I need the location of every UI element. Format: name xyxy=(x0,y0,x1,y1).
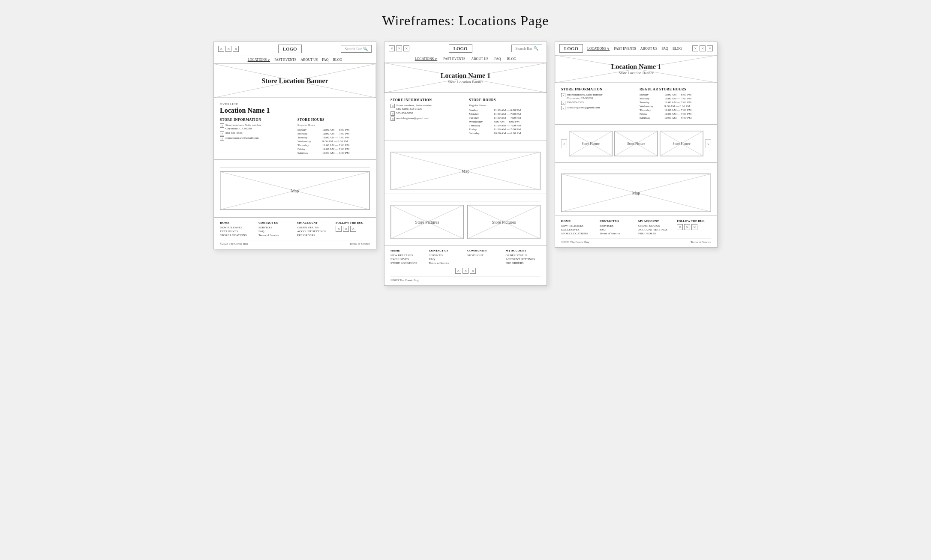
hours-row: Friday11:00 AM — 7:00 PM xyxy=(469,128,541,131)
tablet-banner: Location Name 1 Store Location Banner xyxy=(384,63,547,93)
hours-row: Friday11:00 AM — 7:00 PM xyxy=(640,112,711,116)
mobile-footer-col1: HOME NEW RELEASES EXCLUSIVES STORE LOCAT… xyxy=(220,221,254,237)
hours-row: Thursday11:00 AM — 7:00 PM xyxy=(640,108,711,112)
desktop-hours-list: Sunday11:00 AM — 6:00 PMMonday11:00 AM —… xyxy=(640,93,711,120)
hours-row: Sunday11:00 AM — 6:00 PM xyxy=(297,128,370,132)
hours-row: Sunday11:00 AM — 6:00 PM xyxy=(469,108,541,112)
mobile-wireframe: ✕ ✕ ✕ LOGO Search Bar 🔍 LOCATIONS ∨ PAST… xyxy=(213,42,376,249)
carousel-prev[interactable]: ‹ xyxy=(561,139,567,148)
mobile-overline: OVERLINE xyxy=(220,102,370,106)
mobile-logo: LOGO xyxy=(278,45,302,53)
mobile-map-section: Map xyxy=(214,160,376,217)
desktop-store-pic-2: Store Picture xyxy=(614,131,658,156)
desktop-footer-bottom: ©2023 The Comic Bug Terms of Service xyxy=(561,238,711,244)
tablet-content: STORE INFORMATION ✕ Street numbers, Suit… xyxy=(384,93,547,141)
hours-row: Sunday11:00 AM — 6:00 PM xyxy=(640,93,711,96)
desktop-store-pic-1: Store Picture xyxy=(569,131,613,156)
mobile-phone: ✕ 555-555-5555 xyxy=(220,131,292,135)
mobile-store-info: STORE INFORMATION ✕ Street numbers, Suit… xyxy=(220,118,292,155)
tablet-store-pic-2: Store Pictures xyxy=(467,205,541,239)
tablet-store-hours: STORE HOURS Regular Hours Sunday11:00 AM… xyxy=(469,98,541,135)
tablet-nav-links: LOCATIONS ∨ PAST EVENTS ABOUT US FAQ BLO… xyxy=(384,55,547,63)
tablet-social-1[interactable]: ✕ xyxy=(455,268,461,274)
desktop-store-info: STORE INFORMATION ✕ Street numbers, Suit… xyxy=(561,87,633,120)
hours-row: Monday11:00 AM — 7:00 PM xyxy=(640,97,711,100)
nav-icon-3: ✕ xyxy=(233,46,239,52)
tablet-footer-bottom: ©2023 The Comic Bug xyxy=(390,276,541,282)
hours-row: Thursday11:00 AM — 7:00 PM xyxy=(297,144,370,147)
desktop-store-pic-3: Store Picture xyxy=(660,131,703,156)
desktop-carousel: ‹ Store Picture xyxy=(561,131,711,156)
tablet-map: Map xyxy=(390,152,541,190)
mobile-email: ✕ comicbugteam@gmail.com xyxy=(220,136,292,141)
tablet-hours-list: Sunday11:00 AM — 6:00 PMMonday11:00 AM —… xyxy=(469,108,541,135)
hours-row: Saturday10:00 AM — 6:00 PM xyxy=(469,132,541,135)
social-icon-2[interactable]: ✕ xyxy=(343,226,349,232)
tablet-store-pics: Store Pictures Store Pictures xyxy=(384,194,547,246)
hours-row: Monday11:00 AM — 7:00 PM xyxy=(469,112,541,116)
tablet-store-info: STORE INFORMATION ✕ Street numbers, Suit… xyxy=(390,98,462,135)
desktop-banner-title: Location Name 1 xyxy=(611,63,661,71)
mobile-location-name: Location Name 1 xyxy=(220,107,370,114)
hours-row: Friday11:00 AM — 7:00 PM xyxy=(297,147,370,151)
mobile-store-hours: STORE HOURS Regular Hours Sunday11:00 AM… xyxy=(297,118,370,155)
nav-icon-1: ✕ xyxy=(218,46,224,52)
mobile-nav: ✕ ✕ ✕ LOGO Search Bar 🔍 xyxy=(214,42,376,56)
desktop-footer: HOME NEW RELEASES EXCLUSIVES STORE LOCAT… xyxy=(555,216,717,247)
desktop-nav: LOGO LOCATIONS ∨ PAST EVENTS ABOUT US FA… xyxy=(555,42,717,55)
mobile-info-cols: STORE INFORMATION ✕ Street numbers, Suit… xyxy=(220,118,370,155)
hours-row: Tuesday11:00 AM — 7:00 PM xyxy=(469,116,541,120)
tablet-nav-top: ✕ ✕ ✕ LOGO Search Bar 🔍 xyxy=(384,42,547,55)
desktop-store-hours: REGULAR STORE HOURS Sunday11:00 AM — 6:0… xyxy=(640,87,711,120)
desktop-map: Map xyxy=(561,174,711,212)
hours-row: Tuesday11:00 AM — 7:00 PM xyxy=(640,101,711,104)
social-icon-1[interactable]: ✕ xyxy=(336,226,342,232)
desktop-banner: Location Name 1 Store Location Banner xyxy=(555,55,717,83)
desktop-social-2[interactable]: ✕ xyxy=(684,224,690,230)
hours-row: Saturday10:00 AM — 6:00 PM xyxy=(297,151,370,155)
mobile-footer: HOME NEW RELEASES EXCLUSIVES STORE LOCAT… xyxy=(214,217,376,249)
hours-row: Wednesday9:00 AM — 8:00 PM xyxy=(297,140,370,143)
hours-row: Thursday11:00 AM — 7:00 PM xyxy=(469,124,541,127)
wireframes-container: ✕ ✕ ✕ LOGO Search Bar 🔍 LOCATIONS ∨ PAST… xyxy=(9,42,922,286)
nav-icon-2: ✕ xyxy=(225,46,231,52)
tablet-store-pic-1: Store Pictures xyxy=(390,205,464,239)
social-icon-3[interactable]: ✕ xyxy=(350,226,356,232)
mobile-nav-icons: ✕ ✕ ✕ xyxy=(218,46,239,52)
mobile-hours-list: Sunday11:00 AM — 6:00 PMMonday11:00 AM —… xyxy=(297,128,370,155)
mobile-footer-col3: MY ACCOUNT ORDER STATUS ACCOUNT SETTINGS… xyxy=(297,221,331,237)
hours-row: Wednesday9:00 AM — 8:00 PM xyxy=(640,105,711,108)
mobile-footer-col4: FOLLOW THE BUG ✕ ✕ ✕ xyxy=(336,221,370,237)
desktop-carousel-section: ‹ Store Picture xyxy=(555,125,717,163)
tablet-footer: HOME NEW RELEASES EXCLUSIVES STORE LOCAT… xyxy=(384,246,547,285)
hours-row: Saturday10:00 AM — 6:00 PM xyxy=(640,116,711,120)
mobile-search[interactable]: Search Bar 🔍 xyxy=(341,45,372,53)
desktop-social-1[interactable]: ✕ xyxy=(677,224,683,230)
desktop-logo: LOGO xyxy=(559,44,583,53)
mobile-address: ✕ Street numbers, Suite number City name… xyxy=(220,123,292,130)
tablet-map-section: Map xyxy=(384,141,547,194)
mobile-footer-bottom: ©2023 The Comic Bug Terms of Service xyxy=(220,240,370,246)
desktop-wireframe: LOGO LOCATIONS ∨ PAST EVENTS ABOUT US FA… xyxy=(555,42,718,248)
hours-row: Wednesday8:00 AM — 8:00 PM xyxy=(469,120,541,123)
tablet-wireframe: ✕ ✕ ✕ LOGO Search Bar 🔍 LOCATIONS ∨ PAST… xyxy=(384,42,547,286)
desktop-map-section: Map xyxy=(555,163,717,216)
mobile-footer-col2: CONTACT US SERVICES FAQ Terms of Service xyxy=(258,221,293,237)
tablet-social-3[interactable]: ✕ xyxy=(470,268,476,274)
mobile-banner: Store Location Banner xyxy=(214,64,376,98)
tablet-banner-subtitle: Store Location Banner xyxy=(441,80,490,84)
tablet-search[interactable]: Search Bar 🔍 xyxy=(511,45,542,52)
desktop-banner-subtitle: Store Location Banner xyxy=(611,71,661,75)
hours-row: Tuesday11:00 AM — 7:00 PM xyxy=(297,136,370,139)
tablet-banner-title: Location Name 1 xyxy=(441,72,490,80)
mobile-banner-title: Store Location Banner xyxy=(261,77,328,85)
page-title: Wireframes: Locations Page xyxy=(9,13,922,29)
mobile-nav-links: LOCATIONS ∨ PAST EVENTS ABOUT US FAQ BLO… xyxy=(214,56,376,64)
mobile-content: OVERLINE Location Name 1 STORE INFORMATI… xyxy=(214,98,376,160)
tablet-logo: LOGO xyxy=(449,44,472,53)
carousel-next[interactable]: › xyxy=(705,139,711,148)
mobile-map: Map xyxy=(220,171,370,210)
tablet-social-2[interactable]: ✕ xyxy=(462,268,469,274)
hours-row: Monday11:00 AM — 7:00 PM xyxy=(297,132,370,135)
desktop-social-3[interactable]: ✕ xyxy=(691,224,697,230)
